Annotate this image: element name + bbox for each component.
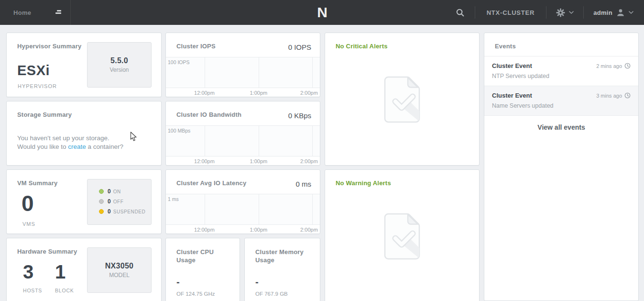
- search-icon[interactable]: [446, 9, 475, 17]
- vm-label: VMS: [22, 221, 35, 227]
- vm-on-label: ON: [113, 189, 121, 194]
- cluster-name-menu[interactable]: NTX-CLUSTER: [475, 9, 546, 16]
- vm-suspended-count: 0: [108, 208, 111, 215]
- user-name-label: admin: [593, 9, 612, 16]
- latency-current-value: 0 ms: [295, 180, 311, 188]
- menu-icon[interactable]: [55, 10, 63, 15]
- x-tick: 2:00pm: [300, 227, 318, 233]
- card-title: Cluster CPU Usage: [176, 248, 230, 264]
- event-title: Cluster Event: [492, 92, 532, 99]
- critical-alerts-card: No Critical Alerts: [325, 33, 480, 166]
- version-value: 5.5.0: [110, 56, 128, 65]
- settings-menu[interactable]: [546, 8, 583, 17]
- nav-home[interactable]: Home: [13, 9, 31, 16]
- document-check-icon: [384, 213, 420, 262]
- event-time: 2 mins ago: [596, 63, 631, 69]
- latency-x-axis: 12:00pm 1:00pm 2:00pm: [166, 225, 320, 234]
- user-icon: [616, 8, 625, 17]
- search-icon-glyph: [456, 9, 464, 17]
- card-title: Cluster Avg IO Latency: [176, 179, 246, 187]
- create-container-link[interactable]: create: [68, 143, 86, 150]
- storage-summary-card: Storage Summary You haven't set up your …: [6, 101, 162, 166]
- hardware-model-box: NX3050 MODEL: [87, 247, 152, 293]
- vm-suspended-dot-icon: [99, 209, 104, 214]
- blocks-label: BLOCK: [55, 288, 74, 293]
- cpu-capacity-label: OF 124.75 GHz: [176, 291, 215, 297]
- hypervisor-value: ESXi: [17, 63, 50, 78]
- bandwidth-ymax-label: 100 MBps: [168, 128, 190, 134]
- events-card: Events Cluster Event 2 mins ago NTP Serv…: [484, 33, 639, 301]
- hardware-summary-card: Hardware Summary 3 1 HOSTS BLOCK NX3050 …: [6, 238, 162, 301]
- storage-line2-after: a container?: [86, 143, 123, 150]
- legend-row-off: 0 OFF: [99, 198, 151, 205]
- warning-alerts-card: No Warning Alerts: [325, 169, 480, 301]
- model-label: MODEL: [109, 272, 130, 279]
- x-tick: 12:00pm: [194, 158, 215, 164]
- iops-ymax-label: 100 IOPS: [168, 59, 190, 65]
- vm-off-label: OFF: [113, 199, 124, 204]
- memory-capacity-label: OF 767.9 GB: [255, 291, 288, 297]
- version-label: Version: [109, 67, 129, 73]
- header-divider: [70, 0, 71, 25]
- chevron-down-icon: [629, 11, 633, 14]
- vm-off-dot-icon: [99, 199, 104, 204]
- storage-line2-before: Would you like to: [17, 143, 68, 150]
- cluster-avg-io-latency-card: Cluster Avg IO Latency 0 ms 1 ms 12:00pm…: [165, 169, 320, 234]
- cluster-iops-card: Cluster IOPS 0 IOPS 100 IOPS 12:00pm 1:0…: [165, 33, 320, 97]
- x-tick: 12:00pm: [194, 227, 215, 233]
- vm-on-count: 0: [108, 188, 111, 195]
- hosts-label: HOSTS: [23, 288, 42, 293]
- bandwidth-current-value: 0 KBps: [288, 111, 311, 120]
- vm-suspended-label: SUSPENDED: [113, 209, 146, 214]
- storage-line1: You haven't set up your storage.: [17, 134, 109, 142]
- iops-x-axis: 12:00pm 1:00pm 2:00pm: [166, 89, 320, 97]
- storage-empty-message: You haven't set up your storage. Would y…: [17, 134, 123, 151]
- blocks-count: 1: [55, 261, 65, 283]
- hosts-count: 3: [23, 261, 33, 283]
- logo-letter: N: [317, 4, 327, 21]
- vm-on-dot-icon: [99, 189, 104, 194]
- event-time-text: 2 mins ago: [596, 63, 622, 69]
- bandwidth-x-axis: 12:00pm 1:00pm 2:00pm: [166, 157, 320, 166]
- legend-row-on: 0 ON: [99, 188, 151, 195]
- x-tick: 12:00pm: [194, 90, 215, 96]
- card-title: Cluster Memory Usage: [255, 248, 310, 264]
- event-time: 3 mins ago: [596, 92, 631, 99]
- x-tick: 1:00pm: [250, 227, 267, 233]
- bandwidth-chart-plot: 100 MBps: [166, 125, 320, 156]
- vm-count: 0: [22, 190, 34, 216]
- cluster-io-bandwidth-card: Cluster IO Bandwidth 0 KBps 100 MBps 12:…: [165, 101, 320, 166]
- gear-icon: [556, 8, 565, 17]
- event-row[interactable]: Cluster Event 3 mins ago Name Servers up…: [484, 86, 638, 116]
- hypervisor-version-box: 5.5.0 Version: [87, 42, 152, 88]
- cpu-usage-value: -: [176, 277, 180, 288]
- x-tick: 2:00pm: [300, 158, 318, 164]
- card-title: Hypervisor Summary: [17, 43, 81, 50]
- card-title: VM Summary: [17, 179, 57, 187]
- model-value: NX3050: [105, 262, 134, 270]
- latency-ymax-label: 1 ms: [168, 196, 179, 202]
- event-description: NTP Servers updated: [492, 73, 631, 79]
- event-row[interactable]: Cluster Event 2 mins ago NTP Servers upd…: [484, 56, 638, 86]
- event-time-text: 3 mins ago: [596, 93, 622, 99]
- x-tick: 1:00pm: [250, 158, 267, 164]
- x-tick: 2:00pm: [300, 90, 318, 96]
- clock-icon: [624, 92, 631, 99]
- hypervisor-label: HYPERVISOR: [18, 83, 57, 89]
- card-title: Storage Summary: [17, 111, 72, 118]
- iops-chart-plot: 100 IOPS: [166, 57, 320, 88]
- no-warning-alerts-title: No Warning Alerts: [336, 179, 391, 187]
- user-menu[interactable]: admin: [584, 8, 638, 17]
- memory-usage-value: -: [255, 277, 259, 288]
- events-header: Events: [484, 33, 638, 56]
- iops-current-value: 0 IOPS: [288, 43, 311, 51]
- no-critical-alerts-title: No Critical Alerts: [336, 43, 388, 50]
- event-title: Cluster Event: [492, 62, 532, 69]
- card-title: Cluster IOPS: [176, 43, 216, 50]
- nav-right-group: NTX-CLUSTER: [446, 0, 638, 25]
- view-all-events-link[interactable]: View all events: [484, 116, 638, 139]
- top-nav-bar: Home N NTX-CLUSTER: [0, 0, 644, 25]
- clock-icon: [624, 63, 631, 69]
- vm-off-count: 0: [108, 198, 111, 205]
- cluster-memory-usage-card: Cluster Memory Usage - OF 767.9 GB: [244, 238, 320, 301]
